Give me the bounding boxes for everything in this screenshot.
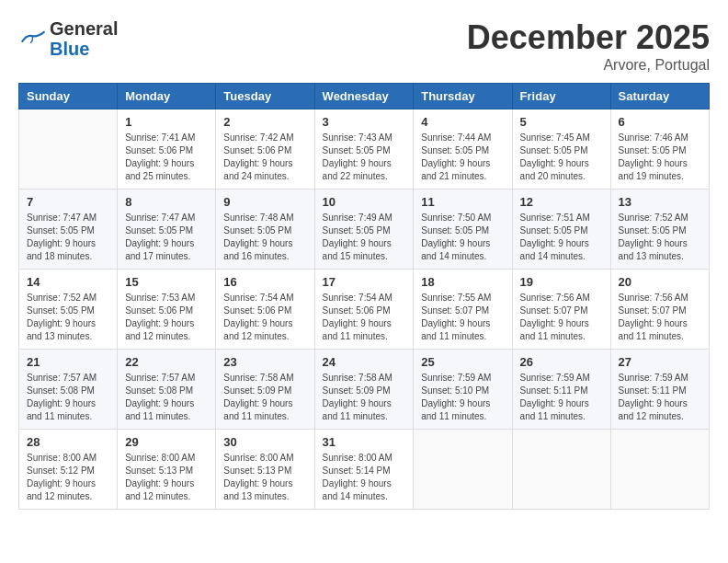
- day-info: Sunrise: 7:52 AM Sunset: 5:05 PM Dayligh…: [619, 212, 701, 263]
- day-number: 7: [27, 195, 109, 209]
- day-info: Sunrise: 7:57 AM Sunset: 5:08 PM Dayligh…: [27, 372, 109, 423]
- weekday-header-wednesday: Wednesday: [314, 84, 414, 109]
- day-number: 1: [125, 115, 208, 129]
- calendar-cell: 2Sunrise: 7:42 AM Sunset: 5:06 PM Daylig…: [216, 109, 314, 190]
- day-info: Sunrise: 7:41 AM Sunset: 5:06 PM Dayligh…: [125, 132, 208, 183]
- calendar-cell: 1Sunrise: 7:41 AM Sunset: 5:06 PM Daylig…: [118, 109, 216, 190]
- calendar-cell: 25Sunrise: 7:59 AM Sunset: 5:10 PM Dayli…: [414, 350, 512, 430]
- weekday-header-saturday: Saturday: [610, 84, 709, 109]
- day-info: Sunrise: 7:59 AM Sunset: 5:11 PM Dayligh…: [520, 372, 603, 423]
- day-info: Sunrise: 7:59 AM Sunset: 5:11 PM Dayligh…: [619, 372, 701, 423]
- calendar-cell: 24Sunrise: 7:58 AM Sunset: 5:09 PM Dayli…: [314, 350, 414, 430]
- day-number: 10: [323, 195, 406, 209]
- location: Arvore, Portugal: [467, 57, 710, 74]
- day-number: 15: [125, 275, 208, 289]
- day-number: 27: [619, 355, 701, 369]
- weekday-header-thursday: Thursday: [414, 84, 512, 109]
- day-number: 13: [619, 195, 701, 209]
- calendar-cell: 26Sunrise: 7:59 AM Sunset: 5:11 PM Dayli…: [512, 350, 610, 430]
- day-info: Sunrise: 7:56 AM Sunset: 5:07 PM Dayligh…: [619, 292, 701, 343]
- calendar-cell: [19, 109, 118, 190]
- day-number: 18: [421, 275, 504, 289]
- calendar-cell: 13Sunrise: 7:52 AM Sunset: 5:05 PM Dayli…: [610, 190, 709, 270]
- day-info: Sunrise: 7:57 AM Sunset: 5:08 PM Dayligh…: [125, 372, 208, 423]
- calendar-cell: 14Sunrise: 7:52 AM Sunset: 5:05 PM Dayli…: [19, 270, 118, 350]
- calendar-cell: 10Sunrise: 7:49 AM Sunset: 5:05 PM Dayli…: [314, 190, 414, 270]
- day-number: 11: [421, 195, 504, 209]
- day-number: 23: [223, 355, 306, 369]
- day-number: 19: [520, 275, 603, 289]
- calendar-cell: 21Sunrise: 7:57 AM Sunset: 5:08 PM Dayli…: [19, 350, 118, 430]
- calendar-cell: 22Sunrise: 7:57 AM Sunset: 5:08 PM Dayli…: [118, 350, 216, 430]
- calendar-cell: 4Sunrise: 7:44 AM Sunset: 5:05 PM Daylig…: [414, 109, 512, 190]
- calendar-cell: 11Sunrise: 7:50 AM Sunset: 5:05 PM Dayli…: [414, 190, 512, 270]
- calendar-cell: [610, 430, 709, 510]
- calendar-cell: 15Sunrise: 7:53 AM Sunset: 5:06 PM Dayli…: [118, 270, 216, 350]
- day-info: Sunrise: 7:46 AM Sunset: 5:05 PM Dayligh…: [619, 132, 701, 183]
- calendar-cell: 18Sunrise: 7:55 AM Sunset: 5:07 PM Dayli…: [414, 270, 512, 350]
- day-info: Sunrise: 7:44 AM Sunset: 5:05 PM Dayligh…: [421, 132, 504, 183]
- day-info: Sunrise: 7:49 AM Sunset: 5:05 PM Dayligh…: [323, 212, 406, 263]
- calendar-cell: 27Sunrise: 7:59 AM Sunset: 5:11 PM Dayli…: [610, 350, 709, 430]
- calendar-cell: 23Sunrise: 7:58 AM Sunset: 5:09 PM Dayli…: [216, 350, 314, 430]
- calendar-cell: 7Sunrise: 7:47 AM Sunset: 5:05 PM Daylig…: [19, 190, 118, 270]
- day-info: Sunrise: 7:54 AM Sunset: 5:06 PM Dayligh…: [223, 292, 306, 343]
- calendar-cell: [512, 430, 610, 510]
- day-number: 9: [223, 195, 306, 209]
- day-info: Sunrise: 7:59 AM Sunset: 5:10 PM Dayligh…: [421, 372, 504, 423]
- weekday-header-friday: Friday: [512, 84, 610, 109]
- day-number: 28: [27, 435, 109, 449]
- day-number: 3: [323, 115, 406, 129]
- day-number: 30: [223, 435, 306, 449]
- day-number: 22: [125, 355, 208, 369]
- day-info: Sunrise: 7:47 AM Sunset: 5:05 PM Dayligh…: [27, 212, 109, 263]
- day-number: 21: [27, 355, 109, 369]
- calendar-cell: 16Sunrise: 7:54 AM Sunset: 5:06 PM Dayli…: [216, 270, 314, 350]
- day-number: 26: [520, 355, 603, 369]
- day-info: Sunrise: 7:58 AM Sunset: 5:09 PM Dayligh…: [223, 372, 306, 423]
- day-info: Sunrise: 7:42 AM Sunset: 5:06 PM Dayligh…: [223, 132, 306, 183]
- calendar-cell: 31Sunrise: 8:00 AM Sunset: 5:14 PM Dayli…: [314, 430, 414, 510]
- day-info: Sunrise: 7:50 AM Sunset: 5:05 PM Dayligh…: [421, 212, 504, 263]
- day-number: 17: [323, 275, 406, 289]
- calendar-cell: 3Sunrise: 7:43 AM Sunset: 5:05 PM Daylig…: [314, 109, 414, 190]
- weekday-header-monday: Monday: [118, 84, 216, 109]
- calendar-cell: 17Sunrise: 7:54 AM Sunset: 5:06 PM Dayli…: [314, 270, 414, 350]
- calendar-cell: 9Sunrise: 7:48 AM Sunset: 5:05 PM Daylig…: [216, 190, 314, 270]
- weekday-header-tuesday: Tuesday: [216, 84, 314, 109]
- calendar-cell: 20Sunrise: 7:56 AM Sunset: 5:07 PM Dayli…: [610, 270, 709, 350]
- logo-text-blue: Blue: [50, 39, 118, 59]
- day-number: 29: [125, 435, 208, 449]
- calendar-week-4: 21Sunrise: 7:57 AM Sunset: 5:08 PM Dayli…: [19, 350, 710, 430]
- day-info: Sunrise: 8:00 AM Sunset: 5:14 PM Dayligh…: [323, 452, 406, 503]
- day-number: 25: [421, 355, 504, 369]
- calendar-cell: 12Sunrise: 7:51 AM Sunset: 5:05 PM Dayli…: [512, 190, 610, 270]
- calendar-week-1: 1Sunrise: 7:41 AM Sunset: 5:06 PM Daylig…: [19, 109, 710, 190]
- month-title: December 2025: [467, 18, 710, 57]
- day-number: 16: [223, 275, 306, 289]
- day-info: Sunrise: 7:45 AM Sunset: 5:05 PM Dayligh…: [520, 132, 603, 183]
- day-info: Sunrise: 7:52 AM Sunset: 5:05 PM Dayligh…: [27, 292, 109, 343]
- calendar-cell: [414, 430, 512, 510]
- day-number: 8: [125, 195, 208, 209]
- day-info: Sunrise: 8:00 AM Sunset: 5:13 PM Dayligh…: [125, 452, 208, 503]
- calendar-cell: 30Sunrise: 8:00 AM Sunset: 5:13 PM Dayli…: [216, 430, 314, 510]
- day-info: Sunrise: 7:54 AM Sunset: 5:06 PM Dayligh…: [323, 292, 406, 343]
- calendar-cell: 29Sunrise: 8:00 AM Sunset: 5:13 PM Dayli…: [118, 430, 216, 510]
- day-info: Sunrise: 8:00 AM Sunset: 5:13 PM Dayligh…: [223, 452, 306, 503]
- calendar-week-2: 7Sunrise: 7:47 AM Sunset: 5:05 PM Daylig…: [19, 190, 710, 270]
- day-number: 24: [323, 355, 406, 369]
- day-number: 31: [323, 435, 406, 449]
- day-info: Sunrise: 7:56 AM Sunset: 5:07 PM Dayligh…: [520, 292, 603, 343]
- day-info: Sunrise: 8:00 AM Sunset: 5:12 PM Dayligh…: [27, 452, 109, 503]
- calendar-cell: 28Sunrise: 8:00 AM Sunset: 5:12 PM Dayli…: [19, 430, 118, 510]
- logo-bird-icon: [18, 29, 46, 48]
- logo-text-general: General: [50, 18, 118, 39]
- calendar-cell: 5Sunrise: 7:45 AM Sunset: 5:05 PM Daylig…: [512, 109, 610, 190]
- day-number: 12: [520, 195, 603, 209]
- calendar-cell: 8Sunrise: 7:47 AM Sunset: 5:05 PM Daylig…: [118, 190, 216, 270]
- day-number: 4: [421, 115, 504, 129]
- day-info: Sunrise: 7:48 AM Sunset: 5:05 PM Dayligh…: [223, 212, 306, 263]
- day-info: Sunrise: 7:53 AM Sunset: 5:06 PM Dayligh…: [125, 292, 208, 343]
- day-info: Sunrise: 7:51 AM Sunset: 5:05 PM Dayligh…: [520, 212, 603, 263]
